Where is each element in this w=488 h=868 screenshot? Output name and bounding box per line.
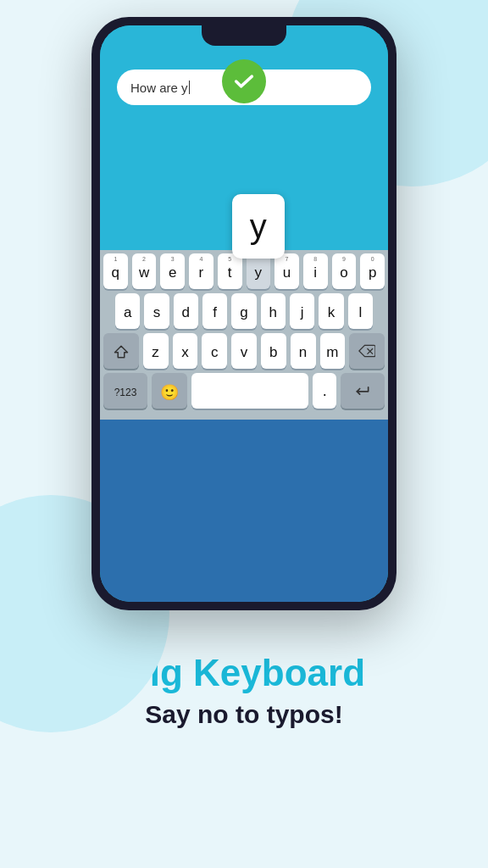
key-d[interactable]: d	[174, 293, 198, 329]
phone-frame: How are y 1 q 2 w	[92, 17, 396, 610]
key-l[interactable]: l	[348, 293, 373, 329]
key-shift[interactable]	[103, 333, 139, 369]
key-h[interactable]: h	[261, 293, 286, 329]
key-n[interactable]: n	[291, 333, 316, 369]
key-f[interactable]: f	[202, 293, 227, 329]
key-o[interactable]: 9 o	[332, 253, 357, 289]
shift-icon	[114, 344, 129, 359]
key-k[interactable]: k	[319, 293, 343, 329]
key-p[interactable]: 0 p	[360, 253, 385, 289]
key-q[interactable]: 1 q	[103, 253, 128, 289]
key-s[interactable]: s	[144, 293, 169, 329]
phone-screen: How are y 1 q 2 w	[100, 25, 388, 602]
key-e[interactable]: 3 e	[160, 253, 185, 289]
key-w[interactable]: 2 w	[132, 253, 157, 289]
phone-notch	[202, 25, 286, 46]
key-j[interactable]: j	[290, 293, 314, 329]
key-u[interactable]: 7 u	[274, 253, 299, 289]
backspace-icon	[358, 342, 375, 359]
key-numbers[interactable]: ?123	[103, 373, 147, 409]
key-g[interactable]: g	[231, 293, 256, 329]
keyboard-row-4: ?123 🙂 .	[103, 373, 385, 409]
enter-icon	[354, 382, 371, 399]
key-b[interactable]: b	[261, 333, 286, 369]
keyboard-area: 1 q 2 w 3 e 4 r	[100, 250, 388, 420]
key-i[interactable]: 8 i	[303, 253, 328, 289]
keyboard-row-2: a s d f g h j k l	[103, 293, 385, 329]
key-m[interactable]: m	[320, 333, 346, 369]
key-space[interactable]	[191, 373, 309, 409]
big-keyboard-subtitle: Say no to typos!	[123, 700, 365, 729]
screen-bottom-blue	[100, 420, 388, 602]
key-y-popup: y	[232, 194, 285, 259]
keyboard-row-3: z x c v b n m	[103, 333, 385, 369]
input-text: How are y	[130, 81, 188, 95]
key-backspace[interactable]	[349, 333, 385, 369]
key-z[interactable]: z	[143, 333, 169, 369]
key-period[interactable]: .	[313, 373, 336, 409]
key-t[interactable]: 5 t	[218, 253, 242, 289]
check-icon-circle	[222, 59, 266, 103]
key-emoji[interactable]: 🙂	[152, 373, 187, 409]
key-y[interactable]: y y	[247, 253, 271, 289]
check-icon	[232, 70, 256, 93]
key-r[interactable]: 4 r	[189, 253, 214, 289]
phone-wrapper: How are y 1 q 2 w	[0, 0, 488, 627]
key-x[interactable]: x	[173, 333, 198, 369]
text-cursor	[189, 81, 191, 94]
keyboard-row-1: 1 q 2 w 3 e 4 r	[103, 253, 385, 289]
key-c[interactable]: c	[202, 333, 227, 369]
key-v[interactable]: v	[231, 333, 257, 369]
key-a[interactable]: a	[115, 293, 140, 329]
key-enter[interactable]	[341, 373, 385, 409]
